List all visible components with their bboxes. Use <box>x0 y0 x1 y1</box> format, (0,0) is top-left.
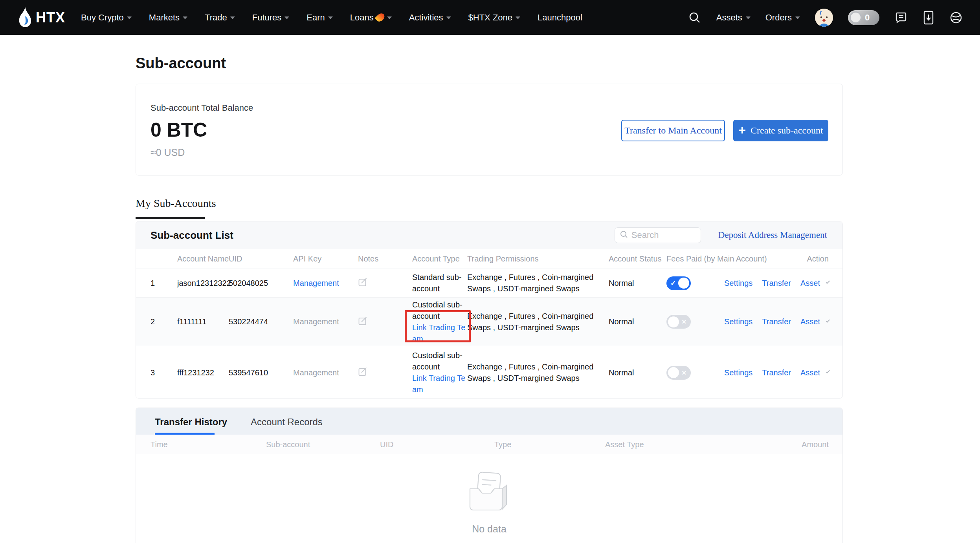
header-asset-type: Asset Type <box>605 440 723 449</box>
mobile-app-icon[interactable] <box>923 10 934 25</box>
chevron-down-icon[interactable] <box>826 319 830 323</box>
asset-link[interactable]: Asset <box>800 279 820 288</box>
header-api-key: API Key <box>293 254 358 263</box>
nav-label: Trade <box>205 13 227 23</box>
settings-link[interactable]: Settings <box>724 368 752 377</box>
points-badge[interactable]: 0 <box>848 10 879 25</box>
nav-label: Activities <box>409 13 443 23</box>
nav-item-markets[interactable]: Markets <box>149 13 187 23</box>
row-actions: Settings Transfer Asset <box>724 279 829 288</box>
asset-link[interactable]: Asset <box>800 368 820 377</box>
account-type-text: Custodial sub-account <box>412 300 462 320</box>
account-status: Normal <box>609 279 666 288</box>
header-fees-paid: Fees Paid (by Main Account) <box>666 254 724 263</box>
nav-label: Markets <box>149 13 180 23</box>
fees-paid-toggle[interactable] <box>666 366 691 380</box>
nav-label: Earn <box>306 13 325 23</box>
active-tab-underline <box>136 217 205 219</box>
tab-my-sub-accounts[interactable]: My Sub-Accounts <box>136 197 216 210</box>
htx-flame-icon <box>17 7 32 29</box>
page-title: Sub-account <box>136 55 226 72</box>
edit-note-icon[interactable] <box>358 316 368 326</box>
account-name: fff1231232 <box>177 368 229 377</box>
chevron-down-icon <box>284 16 289 19</box>
nav-item-loans[interactable]: Loans <box>350 13 392 23</box>
table-row: 1 jason12312322 502048025 Management Sta… <box>136 269 842 297</box>
tab-account-records[interactable]: Account Records <box>251 417 323 435</box>
nav-label: $HTX Zone <box>468 13 513 23</box>
fees-paid-toggle[interactable] <box>666 315 691 329</box>
account-name: f1111111 <box>177 317 229 326</box>
transfer-link[interactable]: Transfer <box>762 317 791 326</box>
nav-item-earn[interactable]: Earn <box>306 13 332 23</box>
search-icon[interactable] <box>688 11 701 24</box>
link-trading-team-link[interactable]: Link Trading Team <box>412 373 467 395</box>
chevron-down-icon <box>230 16 235 19</box>
link-trading-team-link[interactable]: Link Trading Team <box>412 322 467 345</box>
language-globe-icon[interactable] <box>949 11 963 24</box>
coin-icon <box>850 11 862 24</box>
header-trading-permissions: Trading Permissions <box>467 254 609 263</box>
api-key-management-label: Management <box>293 317 358 326</box>
plus-icon: + <box>738 124 746 136</box>
empty-text: No data <box>472 523 507 535</box>
row-index: 1 <box>150 279 177 288</box>
history-tabs-bar: Transfer History Account Records <box>136 408 842 435</box>
nav-item-activities[interactable]: Activities <box>409 13 451 23</box>
header-notes: Notes <box>358 254 412 263</box>
nav-item-launchpool[interactable]: Launchpool <box>538 13 582 23</box>
chevron-down-icon <box>795 16 800 19</box>
header-action: Action <box>724 254 829 263</box>
support-chat-icon[interactable] <box>894 11 908 24</box>
deposit-address-management-link[interactable]: Deposit Address Management <box>718 230 827 240</box>
empty-tray-icon <box>465 472 513 513</box>
transfer-to-main-button[interactable]: Transfer to Main Account <box>621 120 725 141</box>
header-type: Type <box>494 440 605 449</box>
toggle-knob <box>678 278 689 289</box>
edit-note-icon[interactable] <box>358 367 368 377</box>
edit-note-icon[interactable] <box>358 277 368 287</box>
account-uid: 539547610 <box>229 368 293 377</box>
header-account-name: Account Name <box>177 254 229 263</box>
nav-item-orders[interactable]: Orders <box>765 13 800 23</box>
settings-link[interactable]: Settings <box>724 279 752 288</box>
account-type-text: Custodial sub-account <box>412 351 462 371</box>
nav-item-buy-crypto[interactable]: Buy Crypto <box>81 13 132 23</box>
header-amount: Amount <box>723 440 829 449</box>
list-card-header: Sub-account List Deposit Address Managem… <box>136 221 842 249</box>
transfer-link[interactable]: Transfer <box>762 368 791 377</box>
nav-item-trade[interactable]: Trade <box>205 13 235 23</box>
row-actions: Settings Transfer Asset <box>724 368 829 377</box>
settings-link[interactable]: Settings <box>724 317 752 326</box>
tab-transfer-history[interactable]: Transfer History <box>155 417 227 435</box>
chevron-down-icon[interactable] <box>826 280 830 284</box>
user-avatar[interactable] <box>815 9 833 27</box>
nav-item-assets[interactable]: Assets <box>716 13 751 23</box>
chevron-down-icon <box>127 16 132 19</box>
list-title: Sub-account List <box>150 229 233 241</box>
active-tab-underline <box>155 433 215 435</box>
balance-card: Sub-account Total Balance 0 BTC ≈0 USD T… <box>136 84 843 176</box>
api-key-management-link[interactable]: Management <box>293 279 358 288</box>
nav-label: Buy Crypto <box>81 13 124 23</box>
fees-paid-toggle[interactable] <box>666 276 691 290</box>
nav-item-futures[interactable]: Futures <box>252 13 290 23</box>
htx-logo[interactable]: HTX <box>17 7 65 29</box>
row-index: 3 <box>150 368 177 377</box>
search-input[interactable] <box>631 230 690 240</box>
table-header-row: Account Name UID API Key Notes Account T… <box>136 249 842 269</box>
chevron-down-icon <box>746 16 751 19</box>
chevron-down-icon <box>183 16 187 19</box>
account-type: Custodial sub-account Link Trading Team <box>412 299 468 345</box>
header-sub-account: Sub-account <box>266 440 380 449</box>
table-row: 2 f1111111 530224474 Management Custodia… <box>136 297 842 346</box>
nav-item-htx-zone[interactable]: $HTX Zone <box>468 13 521 23</box>
x-icon <box>681 366 686 380</box>
chevron-down-icon[interactable] <box>826 369 830 373</box>
header-account-type: Account Type <box>412 254 467 263</box>
account-status: Normal <box>609 368 666 377</box>
row-index: 2 <box>150 317 177 326</box>
create-sub-account-button[interactable]: + Create sub-account <box>733 120 828 141</box>
transfer-link[interactable]: Transfer <box>762 279 791 288</box>
asset-link[interactable]: Asset <box>800 317 820 326</box>
